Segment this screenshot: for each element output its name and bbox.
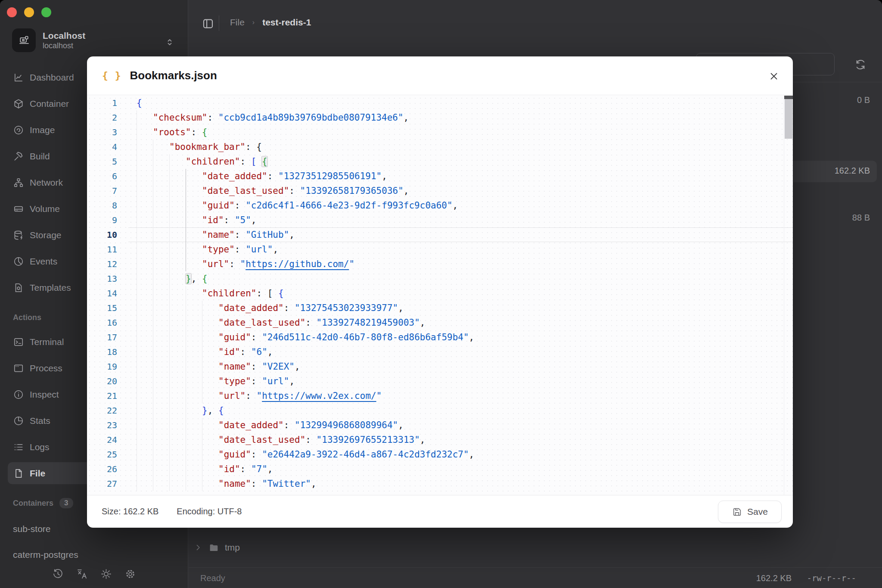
code-token: , [404, 112, 409, 123]
code-line[interactable]: 24"date_last_used": "13392697655213313", [87, 432, 793, 447]
indent-guide [137, 257, 137, 271]
code-line[interactable]: 13}, { [87, 271, 793, 286]
code-line[interactable]: 19"name": "V2EX", [87, 359, 793, 374]
save-button[interactable]: Save [718, 501, 782, 523]
close-icon[interactable] [769, 71, 779, 81]
code-line[interactable]: 10"name": "GitHub", [87, 227, 793, 242]
content-topbar: File › test-redis-1 [189, 0, 882, 47]
scrollbar-cap [784, 96, 793, 99]
indent-guide [153, 184, 153, 198]
code-token: , [311, 479, 317, 489]
code-line[interactable]: 8"guid": "c2d6c4f1-4666-4e23-9d2f-f993fc… [87, 198, 793, 213]
host-switcher-chevrons-icon[interactable] [165, 37, 175, 47]
code-line[interactable]: 23"date_added": "13299496868089964", [87, 418, 793, 432]
chevron-right-icon[interactable] [194, 543, 202, 552]
code-token: "children" [186, 156, 240, 167]
indent-guide [186, 389, 186, 403]
line-number: 8 [87, 198, 128, 213]
indent-guide [169, 462, 170, 476]
footer-size: Size: 162.2 KB [102, 507, 158, 516]
code-token: : [267, 171, 278, 181]
sidebar-item-caterm-postgres[interactable]: caterm-postgres [0, 542, 188, 568]
code-token: "date_last_used" [202, 186, 289, 196]
code-token: " [349, 259, 354, 269]
code-token: "date_added" [218, 420, 284, 430]
indent-guide [186, 374, 186, 389]
code-token: , [267, 347, 273, 357]
tree-row-tmp[interactable]: tmp [189, 537, 240, 558]
sidebar-toggle-icon[interactable] [202, 17, 214, 30]
stats-icon [13, 415, 24, 426]
indent-guide [137, 198, 137, 213]
refresh-icon[interactable] [854, 58, 867, 71]
code-content: "children": [ { [128, 286, 793, 301]
code-token: : [224, 215, 235, 225]
zoom-window-button[interactable] [41, 7, 51, 17]
code-line[interactable]: 14"children": [ { [87, 286, 793, 301]
code-line[interactable]: 18"id": "6", [87, 345, 793, 359]
indent-guide [153, 374, 153, 389]
minimize-window-button[interactable] [24, 7, 34, 17]
code-line[interactable]: 3"roots": { [87, 125, 793, 140]
indent-guide [169, 184, 170, 198]
indent-guide [169, 154, 170, 169]
status-ready: Ready [200, 573, 225, 583]
code-line[interactable]: 4"bookmark_bar": { [87, 140, 793, 154]
code-line[interactable]: 17"guid": "246d511c-42d0-46b7-80f8-ed86b… [87, 330, 793, 345]
code-line[interactable]: 2"checksum": "ccb9cd1a4b89b39769bdbe0807… [87, 110, 793, 125]
code-token: : [284, 420, 295, 430]
code-content: "id": "6", [128, 345, 793, 359]
code-line[interactable]: 1{ [87, 96, 793, 110]
code-token: { [256, 142, 262, 152]
code-line[interactable]: 27"name": "Twitter", [87, 476, 793, 491]
build-icon [13, 151, 24, 162]
host-selector[interactable]: Localhost localhost [12, 28, 85, 52]
code-line[interactable]: 25"guid": "e26442a9-3922-46d4-a867-4c2d3… [87, 447, 793, 462]
code-line[interactable]: 11"type": "url", [87, 242, 793, 257]
breadcrumb: File › test-redis-1 [230, 17, 311, 28]
folder-name: tmp [225, 542, 240, 553]
brightness-icon[interactable] [99, 567, 112, 580]
line-number: 18 [87, 345, 128, 359]
history-icon[interactable] [51, 567, 64, 580]
indent-guide [153, 462, 153, 476]
indent-guide [169, 447, 170, 462]
code-token: "id" [218, 347, 240, 357]
code-editor[interactable]: 1{2"checksum": "ccb9cd1a4b89b39769bdbe08… [87, 96, 793, 495]
indent-guide [153, 403, 153, 418]
sidebar-item-label: Storage [30, 230, 62, 240]
code-line[interactable]: 21"url": "https://www.v2ex.com/" [87, 389, 793, 403]
code-line[interactable]: 12"url": "https://github.com/" [87, 257, 793, 271]
indent-guide [202, 301, 202, 315]
code-line[interactable]: 7"date_last_used": "13392658179365036", [87, 184, 793, 198]
code-token: : [251, 376, 262, 386]
scrollbar-thumb[interactable] [785, 99, 792, 139]
code-content: "guid": "246d511c-42d0-46b7-80f8-ed86b6a… [128, 330, 793, 345]
close-window-button[interactable] [7, 7, 17, 17]
code-line[interactable]: 16"date_last_used": "13392748219459003", [87, 315, 793, 330]
code-line[interactable]: 6"date_added": "13273512985506191", [87, 169, 793, 184]
indent-guide [137, 418, 137, 432]
code-line[interactable]: 20"type": "url", [87, 374, 793, 389]
code-line[interactable]: 5"children": [ { [87, 154, 793, 169]
indent-guide [153, 432, 153, 447]
breadcrumb-root[interactable]: File [230, 17, 245, 28]
settings-gear-icon[interactable] [124, 567, 137, 580]
translate-icon[interactable] [75, 567, 88, 580]
code-line[interactable]: 22}, { [87, 403, 793, 418]
code-token: { [202, 127, 208, 137]
footer-encoding: Encoding: UTF-8 [177, 507, 242, 516]
code-line[interactable]: 9"id": "5", [87, 213, 793, 227]
dashboard-icon [13, 72, 24, 83]
terminal-icon [13, 336, 24, 348]
indent-guide [202, 462, 202, 476]
line-number: 10 [87, 227, 128, 242]
code-token: [ [251, 156, 257, 167]
indent-guide [153, 330, 153, 345]
code-line[interactable]: 26"id": "7", [87, 462, 793, 476]
indent-guide [202, 432, 202, 447]
code-line[interactable]: 15"date_added": "13275453023933977", [87, 301, 793, 315]
code-token: , [404, 186, 409, 196]
indent-guide [153, 286, 153, 301]
indent-guide [137, 374, 137, 389]
